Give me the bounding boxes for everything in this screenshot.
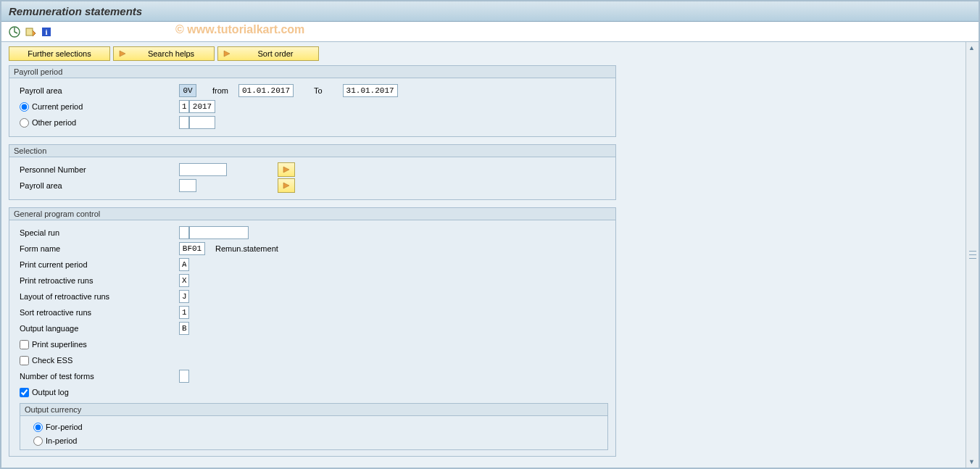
output-log-checkbox[interactable] bbox=[20, 388, 29, 397]
personnel-number-multi-button[interactable] bbox=[278, 162, 295, 177]
sort-order-label: Sort order bbox=[237, 49, 314, 58]
payroll-period-group: Payroll period Payroll area from To bbox=[9, 65, 616, 137]
in-period-radio[interactable] bbox=[33, 436, 43, 446]
print-superlines-checkbox[interactable] bbox=[20, 340, 29, 349]
num-test-label: Number of test forms bbox=[20, 372, 179, 381]
page-title: Remuneration statements bbox=[1, 1, 979, 22]
current-period-radio[interactable] bbox=[20, 102, 29, 112]
current-period-label: Current period bbox=[32, 102, 83, 111]
variant-icon[interactable] bbox=[25, 26, 36, 38]
output-lang-field[interactable] bbox=[179, 322, 189, 335]
special-run-field-2[interactable] bbox=[189, 226, 249, 239]
output-currency-group: Output currency For-period bbox=[20, 403, 608, 450]
execute-icon[interactable] bbox=[9, 26, 20, 38]
in-period-label: In-period bbox=[46, 436, 77, 445]
layout-retro-field[interactable] bbox=[179, 290, 189, 303]
other-period-year-field[interactable] bbox=[189, 116, 215, 129]
arrow-right-icon bbox=[118, 49, 127, 58]
print-current-field[interactable] bbox=[179, 258, 189, 271]
current-period-num-field[interactable] bbox=[179, 100, 189, 113]
other-period-num-field[interactable] bbox=[179, 116, 189, 129]
further-selections-label: Further selections bbox=[14, 49, 105, 58]
sort-retro-field[interactable] bbox=[179, 306, 189, 319]
form-name-field[interactable] bbox=[179, 242, 205, 255]
scroll-up-icon: ▲ bbox=[968, 44, 975, 51]
app-frame: Remuneration statements i © www.tutorial… bbox=[0, 0, 980, 469]
payroll-area-label: Payroll area bbox=[20, 86, 179, 95]
to-label: To bbox=[314, 86, 323, 95]
print-retro-field[interactable] bbox=[179, 274, 189, 287]
vertical-scrollbar[interactable]: ▲ ▼ bbox=[966, 42, 979, 468]
special-run-field-1[interactable] bbox=[179, 226, 189, 239]
layout-retro-label: Layout of retroactive runs bbox=[20, 292, 179, 301]
content-wrap: Further selections Search helps Sort ord… bbox=[1, 42, 979, 468]
print-current-label: Print current period bbox=[20, 260, 179, 269]
watermark-text: © www.tutorialkart.com bbox=[175, 23, 304, 36]
payroll-area-field[interactable] bbox=[179, 84, 196, 97]
from-date-field[interactable] bbox=[238, 84, 294, 97]
personnel-number-field[interactable] bbox=[179, 163, 227, 176]
selection-payroll-area-multi-button[interactable] bbox=[278, 178, 295, 193]
current-period-year-field[interactable] bbox=[189, 100, 215, 113]
form-name-label: Form name bbox=[20, 244, 179, 253]
personnel-number-label: Personnel Number bbox=[20, 165, 179, 174]
output-lang-label: Output language bbox=[20, 324, 179, 333]
selection-group: Selection Personnel Number Payroll area bbox=[9, 144, 616, 200]
output-log-label: Output log bbox=[32, 388, 69, 397]
sort-order-button[interactable]: Sort order bbox=[217, 46, 319, 61]
print-retro-label: Print retroactive runs bbox=[20, 276, 179, 285]
special-run-label: Special run bbox=[20, 228, 179, 237]
search-helps-button[interactable]: Search helps bbox=[113, 46, 215, 61]
other-period-radio[interactable] bbox=[20, 118, 29, 128]
selection-buttons-row: Further selections Search helps Sort ord… bbox=[9, 46, 958, 61]
scroll-down-icon: ▼ bbox=[968, 458, 975, 465]
num-test-field[interactable] bbox=[179, 370, 189, 383]
svg-rect-1 bbox=[26, 28, 33, 36]
toolbar: i © www.tutorialkart.com bbox=[1, 22, 979, 42]
gpc-title: General program control bbox=[9, 208, 615, 220]
selection-title: Selection bbox=[9, 145, 615, 157]
gpc-group: General program control Special run Form… bbox=[9, 207, 616, 457]
other-period-label: Other period bbox=[32, 118, 76, 127]
further-selections-button[interactable]: Further selections bbox=[9, 46, 110, 61]
payroll-period-title: Payroll period bbox=[9, 66, 615, 78]
search-helps-label: Search helps bbox=[133, 49, 209, 58]
check-ess-checkbox[interactable] bbox=[20, 356, 29, 365]
svg-text:i: i bbox=[45, 28, 47, 36]
selection-payroll-area-label: Payroll area bbox=[20, 181, 179, 190]
selection-payroll-area-field[interactable] bbox=[179, 179, 196, 192]
form-name-desc: Remun.statement bbox=[215, 244, 278, 253]
to-date-field[interactable] bbox=[343, 84, 398, 97]
print-superlines-label: Print superlines bbox=[32, 340, 87, 349]
sort-retro-label: Sort retroactive runs bbox=[20, 308, 179, 317]
arrow-right-icon bbox=[223, 49, 231, 58]
check-ess-label: Check ESS bbox=[32, 356, 72, 365]
output-currency-title: Output currency bbox=[20, 404, 607, 416]
content-area: Further selections Search helps Sort ord… bbox=[1, 42, 966, 468]
info-icon[interactable]: i bbox=[41, 26, 52, 38]
for-period-label: For-period bbox=[46, 423, 83, 431]
scroll-grip-icon bbox=[969, 249, 976, 261]
for-period-radio[interactable] bbox=[33, 423, 43, 432]
from-label: from bbox=[212, 86, 228, 95]
